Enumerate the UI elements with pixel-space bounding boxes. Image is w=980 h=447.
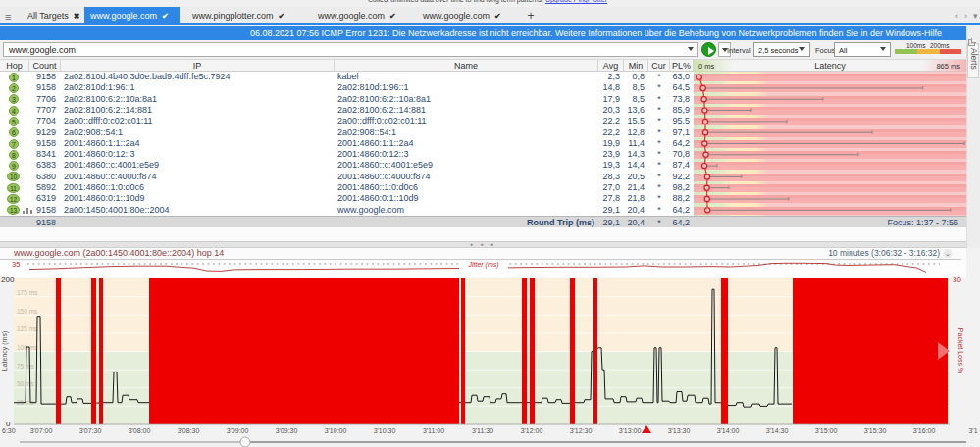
- cell-min: 20,5: [624, 172, 645, 182]
- table-footer-row: 9158Round Trip (ms)29,120,4*64,2Focus: 1…: [0, 216, 966, 227]
- tab-www-google-com[interactable]: www.google.com✔: [417, 7, 516, 25]
- tab-label: www.pingplotter.com: [192, 11, 274, 21]
- combo-dropdown-icon[interactable]: [688, 47, 694, 51]
- table-row[interactable]: 1158922001:4860::1:0:d0c62001:4860::1:0:…: [0, 182, 966, 193]
- col-header-count[interactable]: Count: [29, 60, 61, 72]
- tab-www-google-com[interactable]: www.google.com✔: [312, 7, 411, 25]
- packet-loss-bar: [570, 278, 575, 424]
- cell-cur: *: [648, 82, 670, 93]
- table-row[interactable]: 691292a02:908::54:12a02:908::54:122,212,…: [0, 127, 966, 138]
- cell-name: 2a00::dfff:0:c02:c01:11: [335, 116, 598, 126]
- col-header-ip[interactable]: IP: [61, 60, 335, 72]
- tab-check-icon[interactable]: ✔: [389, 12, 396, 21]
- col-header-hop[interactable]: Hop: [0, 60, 29, 72]
- table-row[interactable]: 477072a02:8100:6:2::14:8812a02:8100:6:2:…: [0, 105, 966, 116]
- promo-text: Collect unlimited data over time to find…: [368, 0, 545, 3]
- table-row[interactable]: 577042a00::dfff:0:c02:c01:112a00::dfff:0…: [0, 116, 966, 126]
- tab-scroll-left-icon[interactable]: ‹: [955, 11, 958, 21]
- packet-loss-bar: [91, 278, 96, 424]
- timeline-chart: www.google.com (2a00:1450:4001:80e::2004…: [0, 248, 980, 447]
- packet-loss-bar: [593, 278, 597, 424]
- col-header-name[interactable]: Name: [335, 60, 598, 72]
- table-row[interactable]: 1391582a00:1450:4001:80e::2004www.google…: [0, 205, 966, 216]
- x-tick-label: 3'09:00: [227, 427, 249, 434]
- popout-icon[interactable]: [968, 39, 975, 46]
- table-row[interactable]: 791582001:4860:1:1::2a42001:4860:1:1::2a…: [0, 138, 966, 149]
- tab-www-google-com[interactable]: www.google.com✔: [84, 7, 180, 25]
- cell-name: 2001:4860::1:0:d0c6: [335, 182, 598, 193]
- table-row[interactable]: 1063802001:4860::c:4000:f8742001:4860::c…: [0, 172, 966, 182]
- cell-count: 9158: [29, 205, 56, 216]
- table-row[interactable]: 963832001:4860::c:4001:e5e92001:4860::c:…: [0, 160, 966, 171]
- hop-number-badge: 1: [9, 73, 19, 82]
- tab-close-icon[interactable]: ✖: [74, 12, 80, 21]
- upgrade-link[interactable]: Upgrade PingPlotter: [545, 0, 607, 3]
- legend-200ms: 200ms: [930, 42, 950, 49]
- col-header-min[interactable]: Min: [624, 60, 648, 72]
- col-header-cur[interactable]: Cur: [648, 60, 670, 72]
- cell-cur: *: [648, 127, 670, 138]
- table-row[interactable]: 883412001:4860:0:12::32001:4860:0:12::32…: [0, 149, 966, 160]
- packet-loss-bar: [56, 278, 61, 424]
- hop-number-badge: 9: [9, 161, 19, 171]
- tab-list-menu-icon[interactable]: ▾: [973, 11, 978, 21]
- trace-table: HopCountIPNameAvgMinCurPL%0 msLatency865…: [0, 59, 966, 227]
- y-right-title: Packet Loss %: [957, 328, 964, 373]
- table-row[interactable]: 291582a02:810d:1:96::12a02:810d:1:96::11…: [0, 82, 966, 93]
- new-tab-button[interactable]: +: [524, 9, 538, 23]
- cell-count: 9158: [29, 72, 56, 82]
- packet-loss-bar: [461, 278, 465, 424]
- cell-avg: 20,3: [598, 105, 620, 116]
- tab-check-icon[interactable]: ✔: [494, 12, 501, 21]
- target-combobox[interactable]: www.google.com: [3, 42, 698, 57]
- start-trace-button[interactable]: [701, 42, 716, 57]
- table-row[interactable]: 1263192001:4860:0:1::10d92001:4860:0:1::…: [0, 193, 966, 204]
- alerts-side-tab[interactable]: Alerts: [967, 43, 979, 78]
- col-header-avg[interactable]: Avg: [598, 60, 624, 72]
- chart-time-range[interactable]: 10 minutes (3:06:32 - 3:16:32): [828, 248, 940, 258]
- interval-value: 2,5 seconds: [758, 46, 798, 55]
- latency-graph-cell: [694, 138, 966, 149]
- x-tick-label: 3'15:30: [864, 427, 887, 434]
- menu-icon[interactable]: ≡: [5, 11, 11, 23]
- timeline-marker[interactable]: [642, 425, 651, 433]
- x-tick-label: 3'14:30: [766, 427, 789, 434]
- hop-number-badge: 10: [7, 172, 20, 181]
- cell-min: 11,4: [624, 138, 645, 149]
- focus-label: Focus: [815, 46, 835, 55]
- table-header: HopCountIPNameAvgMinCurPL%0 msLatency865…: [0, 59, 966, 72]
- cell-count: 7707: [29, 105, 56, 116]
- cell-min: 13,6: [624, 105, 645, 116]
- interval-select[interactable]: 2,5 seconds: [753, 42, 810, 57]
- slider-thumb[interactable]: [240, 437, 250, 447]
- tab-check-icon[interactable]: ✔: [279, 12, 285, 21]
- tab-scroll-right-icon[interactable]: ›: [964, 11, 967, 21]
- focus-select[interactable]: All: [834, 42, 891, 57]
- collapse-chevron-icon[interactable]: ⌄: [945, 250, 951, 257]
- table-body: 191582a02:810d:4b40:3d0e:bad9:4dff:fe5c:…: [0, 72, 966, 216]
- cell-pl: 95,5: [670, 116, 690, 126]
- cell-count: 8341: [29, 149, 56, 160]
- latency-graph-cell: [694, 182, 966, 193]
- cell-ip: 2001:4860::1:0:d0c6: [61, 182, 335, 193]
- col-header-latency[interactable]: 0 msLatency865 ms: [694, 60, 966, 72]
- latency-graph-cell: [694, 82, 966, 93]
- cell-count: 7706: [29, 94, 56, 105]
- pane-splitter[interactable]: ● ● ●: [0, 241, 966, 248]
- table-row[interactable]: 377062a02:8100:6:2::10a:8a12a02:8100:6:2…: [0, 94, 966, 105]
- jitter-label: Jitter (ms): [467, 261, 498, 269]
- cell-min: 15,5: [624, 116, 645, 126]
- y-right-max: 30: [953, 275, 961, 284]
- table-row[interactable]: 191582a02:810d:4b40:3d0e:bad9:4dff:fe5c:…: [0, 72, 966, 82]
- tab-All-Targets[interactable]: All Targets✖: [22, 7, 84, 25]
- cell-pl: 87,4: [670, 160, 690, 171]
- cell-cur: *: [648, 94, 670, 105]
- cell-pl: 88,2: [670, 193, 690, 204]
- hop-number-badge: 12: [7, 194, 20, 204]
- col-header-pl[interactable]: PL%: [670, 60, 694, 72]
- cell-count: 6383: [29, 160, 56, 171]
- tab-label: All Targets: [27, 11, 69, 21]
- tab-www-pingplotter-com[interactable]: www.pingplotter.com✔: [186, 7, 306, 25]
- bar-chart-icon-bar: [26, 208, 28, 214]
- tab-check-icon[interactable]: ✔: [162, 12, 169, 21]
